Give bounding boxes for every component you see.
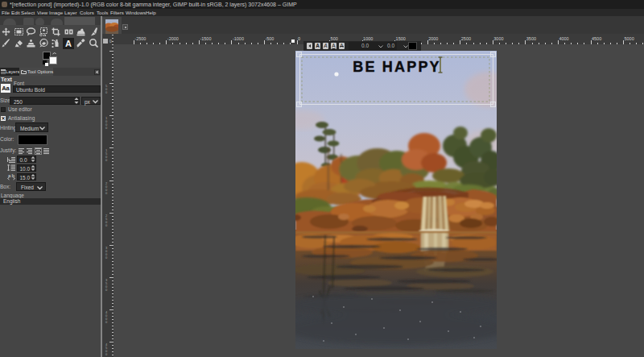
svg-text:a: a — [8, 173, 11, 178]
svg-text:b: b — [12, 173, 15, 178]
